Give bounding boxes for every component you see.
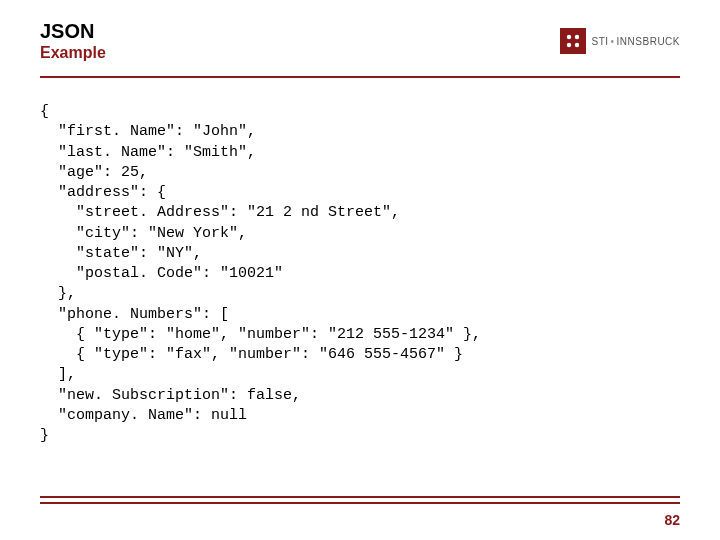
logo-text-b: INNSBRUCK (617, 36, 680, 47)
footer-divider (40, 496, 680, 504)
logo-dot-icon: • (611, 36, 615, 47)
svg-point-3 (574, 43, 578, 47)
svg-point-1 (574, 35, 578, 39)
logo-mark-icon (560, 28, 586, 54)
svg-point-0 (566, 35, 570, 39)
logo-text: STI•INNSBRUCK (592, 36, 680, 47)
svg-point-2 (566, 43, 570, 47)
code-block: { "first. Name": "John", "last. Name": "… (0, 78, 720, 446)
logo-text-a: STI (592, 36, 609, 47)
page-number: 82 (664, 512, 680, 528)
logo: STI•INNSBRUCK (560, 28, 680, 54)
slide: JSON Example STI•INNSBRUCK { "first. Nam… (0, 0, 720, 540)
slide-header: JSON Example STI•INNSBRUCK (0, 0, 720, 70)
